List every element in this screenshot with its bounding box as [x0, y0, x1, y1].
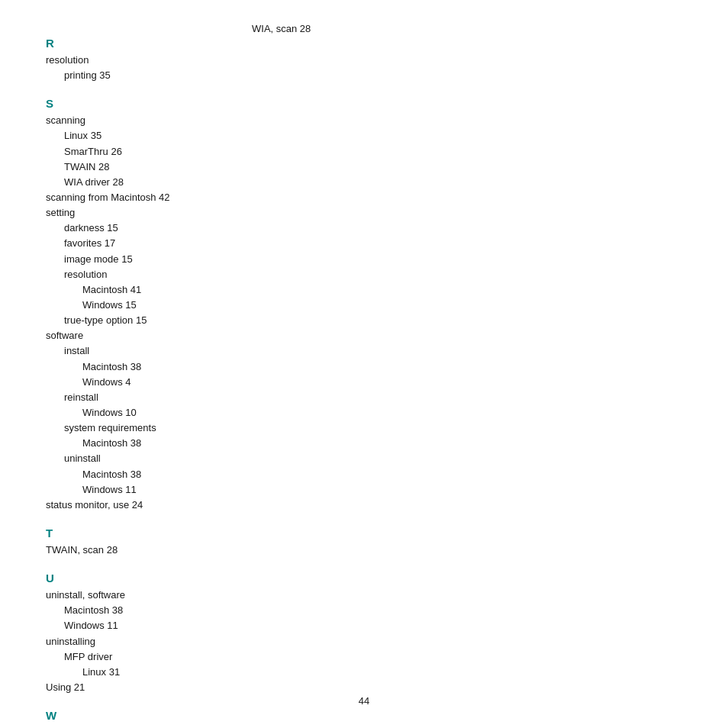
section-letter-s: S	[46, 97, 382, 110]
index-entry: resolution	[64, 267, 382, 282]
index-entry: software	[46, 328, 382, 343]
index-entry: uninstall	[64, 451, 382, 466]
page-number-value: 44	[359, 695, 369, 707]
index-entry: printing 35	[64, 68, 382, 83]
right-column-text: WIA, scan 28	[252, 23, 311, 34]
index-entry: Macintosh 38	[82, 436, 382, 451]
section-letter-r: R	[46, 37, 382, 50]
index-entry: SmarThru 26	[64, 144, 382, 159]
index-entry: scanning	[46, 113, 382, 128]
index-content: Rresolutionprinting 35SscanningLinux 35S…	[46, 37, 382, 728]
index-entry: Macintosh 38	[82, 359, 382, 375]
index-entry: MFP driver	[64, 649, 382, 665]
right-column-entry: WIA, scan 28	[252, 23, 311, 34]
index-entry: Macintosh 41	[82, 282, 382, 298]
index-entry: Windows 10	[82, 405, 382, 420]
index-entry: resolution	[46, 53, 382, 68]
section-letter-w: W	[46, 709, 382, 722]
index-entry: true-type option 15	[64, 313, 382, 328]
index-entry: uninstall, software	[46, 588, 382, 603]
index-entry: Macintosh 38	[82, 467, 382, 482]
index-entry: scanning from Macintosh 42	[46, 190, 382, 205]
section-letter-u: U	[46, 572, 382, 585]
index-entry: uninstalling	[46, 634, 382, 649]
index-entry: WIA driver 28	[64, 175, 382, 190]
index-entry: status monitor, use 24	[46, 498, 382, 513]
index-entry: reinstall	[64, 390, 382, 405]
index-entry: setting	[46, 205, 382, 221]
index-entry: Linux 35	[64, 128, 382, 143]
section-letter-t: T	[46, 527, 382, 540]
index-entry: system requirements	[64, 420, 382, 436]
index-entry: Linux 31	[82, 665, 382, 680]
index-entry: install	[64, 343, 382, 359]
page: WIA, scan 28 Rresolutionprinting 35Sscan…	[0, 0, 728, 728]
index-entry: Windows 11	[64, 618, 382, 633]
index-entry: Windows 15	[82, 298, 382, 313]
index-entry: favorites 17	[64, 236, 382, 251]
index-entry: watermark	[46, 725, 382, 728]
index-entry: Using 21	[46, 680, 382, 695]
page-number: 44	[359, 695, 369, 707]
index-entry: image mode 15	[64, 252, 382, 267]
index-entry: Macintosh 38	[64, 603, 382, 618]
index-entry: Windows 11	[82, 482, 382, 498]
index-entry: Windows 4	[82, 375, 382, 390]
index-entry: TWAIN, scan 28	[46, 543, 382, 558]
index-entry: TWAIN 28	[64, 159, 382, 175]
index-entry: darkness 15	[64, 221, 382, 236]
